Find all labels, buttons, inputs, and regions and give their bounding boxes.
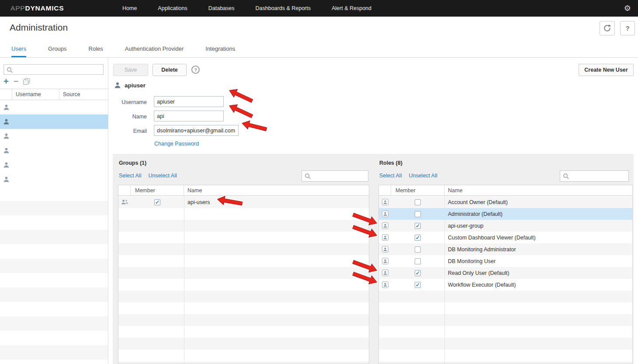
remove-user-icon[interactable]: −	[14, 77, 19, 85]
row-name: DB Monitoring Administrator	[444, 246, 632, 253]
groups-table-header: Member Name	[118, 185, 369, 196]
member-checkbox[interactable]	[415, 199, 421, 205]
user-row[interactable]	[0, 100, 108, 114]
role-icon	[379, 270, 391, 276]
create-new-user-button[interactable]: Create New User	[579, 64, 634, 76]
group-icon	[118, 199, 131, 205]
table-row[interactable]: DB Monitoring User	[379, 255, 632, 267]
tab-users[interactable]: Users	[11, 45, 26, 57]
member-column-header[interactable]: Member	[131, 185, 184, 195]
username-column-header[interactable]: Username	[12, 89, 59, 100]
top-nav-bar: APPDYNAMICS Home Applications Databases …	[0, 0, 638, 17]
user-row-selected[interactable]	[0, 114, 108, 129]
nav-home[interactable]: Home	[122, 5, 137, 11]
roles-search-input[interactable]	[560, 171, 628, 181]
nav-applications[interactable]: Applications	[158, 5, 187, 11]
empty-rows	[379, 291, 632, 364]
table-row[interactable]: ✓Custom Dashboard Viewer (Default)	[379, 232, 632, 243]
roles-panel-links: Select All Unselect All	[379, 173, 437, 179]
groups-table: Member Name ✓api-users	[118, 185, 369, 364]
roles-select-all-link[interactable]: Select All	[379, 173, 402, 179]
row-name: DB Monitoring User	[444, 258, 632, 264]
gear-icon[interactable]: ⚙	[624, 3, 631, 13]
change-password-link[interactable]: Change Password	[154, 141, 199, 147]
user-row[interactable]	[0, 129, 108, 143]
table-row[interactable]: ✓Read Only User (Default)	[379, 267, 632, 279]
admin-tabs: Users Groups Roles Authentication Provid…	[0, 42, 638, 58]
nav-alert-respond[interactable]: Alert & Respond	[332, 5, 371, 11]
name-column-header[interactable]: Name	[444, 187, 632, 194]
member-checkbox[interactable]	[415, 258, 421, 264]
member-column-header[interactable]: Member	[391, 185, 444, 195]
user-detail-title: apiuser	[114, 82, 146, 89]
page-title: Administration	[10, 22, 68, 33]
member-checkbox[interactable]: ✓	[415, 235, 421, 241]
nav-databases[interactable]: Databases	[208, 5, 235, 11]
member-checkbox[interactable]	[415, 211, 421, 217]
user-icon	[0, 118, 12, 125]
form-help-icon[interactable]: ?	[191, 66, 200, 74]
row-name: Workflow Executor (Default)	[444, 282, 632, 288]
username-input[interactable]	[154, 96, 224, 107]
icon-column-header	[379, 185, 391, 195]
tab-authentication-provider[interactable]: Authentication Provider	[125, 45, 184, 57]
help-button[interactable]: ?	[620, 21, 635, 35]
groups-unselect-all-link[interactable]: Unselect All	[148, 173, 177, 179]
name-column-header[interactable]: Name	[184, 187, 369, 194]
table-row[interactable]: Account Owner (Default)	[379, 196, 632, 208]
user-detail-name: apiuser	[125, 82, 146, 89]
appdynamics-logo[interactable]: APPDYNAMICS	[10, 0, 64, 17]
member-checkbox[interactable]: ✓	[415, 270, 421, 276]
username-label: Username	[105, 99, 147, 105]
user-icon	[0, 104, 12, 111]
annotation-arrow-email	[241, 118, 268, 134]
logo-prefix: APP	[10, 4, 25, 12]
table-row[interactable]: Administrator (Default)	[379, 208, 632, 220]
member-checkbox[interactable]	[415, 246, 421, 253]
user-icon	[0, 133, 12, 139]
user-row[interactable]	[0, 143, 108, 158]
groups-select-all-link[interactable]: Select All	[119, 173, 141, 179]
user-search-input[interactable]	[4, 65, 103, 74]
member-checkbox[interactable]: ✓	[154, 199, 160, 205]
table-row[interactable]: ✓api-users	[118, 196, 369, 208]
row-name: Custom Dashboard Viewer (Default)	[444, 235, 632, 241]
tab-integrations[interactable]: Integrations	[205, 45, 235, 57]
source-column-header[interactable]: Source	[59, 91, 108, 97]
email-input[interactable]	[154, 125, 239, 136]
name-label: Name	[105, 114, 147, 120]
tab-roles[interactable]: Roles	[89, 45, 103, 57]
table-row[interactable]: ✓api-user-group	[379, 220, 632, 232]
groups-search-box	[302, 170, 368, 182]
refresh-button[interactable]	[600, 21, 615, 35]
member-checkbox[interactable]: ✓	[415, 223, 421, 229]
delete-button[interactable]: Delete	[153, 64, 187, 76]
role-icon	[379, 199, 391, 205]
search-icon	[7, 67, 13, 73]
role-icon	[379, 281, 391, 288]
user-row[interactable]	[0, 172, 108, 187]
user-search-box	[3, 64, 104, 75]
add-user-icon[interactable]: +	[3, 77, 9, 85]
roles-table-body: Account Owner (Default)Administrator (De…	[379, 196, 632, 364]
tab-groups[interactable]: Groups	[48, 45, 67, 57]
user-icon	[114, 82, 121, 89]
copy-user-icon[interactable]	[23, 78, 30, 85]
roles-search-box	[560, 170, 629, 182]
save-button[interactable]: Save	[113, 64, 148, 76]
user-icon	[0, 162, 12, 168]
nav-dashboards-reports[interactable]: Dashboards & Reports	[256, 5, 311, 11]
member-checkbox[interactable]: ✓	[415, 282, 421, 288]
top-nav-items: Home Applications Databases Dashboards &…	[122, 0, 371, 17]
table-row[interactable]: ✓Workflow Executor (Default)	[379, 279, 632, 291]
roles-unselect-all-link[interactable]: Unselect All	[409, 173, 437, 179]
email-label: Email	[105, 128, 147, 134]
user-icon	[0, 147, 12, 154]
sidebar-toolbar: + −	[3, 77, 30, 86]
name-input[interactable]	[154, 111, 224, 121]
groups-search-input[interactable]	[302, 171, 368, 181]
row-name: Account Owner (Default)	[444, 199, 632, 205]
user-row[interactable]	[0, 158, 108, 172]
row-name: Administrator (Default)	[444, 211, 632, 217]
table-row[interactable]: DB Monitoring Administrator	[379, 243, 632, 255]
